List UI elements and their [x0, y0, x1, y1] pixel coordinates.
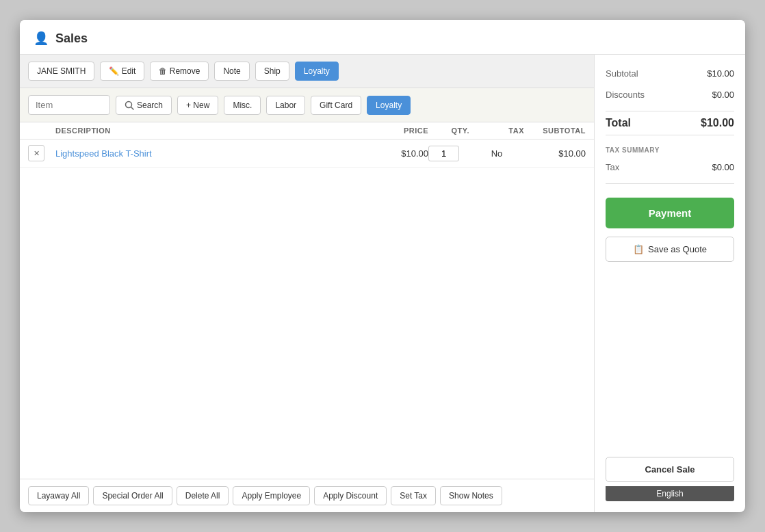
col-tax: TAX	[469, 127, 524, 135]
subtotal-label: Subtotal	[606, 68, 638, 79]
set-tax-button[interactable]: Set Tax	[391, 486, 436, 505]
delete-row-button[interactable]: ✕	[28, 145, 44, 161]
remove-button[interactable]: 🗑 Remove	[150, 62, 209, 81]
remove-icon: 🗑	[159, 66, 169, 76]
labor-button[interactable]: Labor	[266, 96, 305, 115]
spacer	[606, 267, 734, 451]
col-description: DESCRIPTION	[55, 127, 374, 135]
description-cell: Lightspeed Black T-Shirt	[55, 148, 374, 159]
qty-input[interactable]	[428, 146, 459, 161]
edit-icon: ✏️	[109, 66, 121, 76]
subtotal-row: Subtotal $10.00	[606, 66, 734, 81]
cancel-sale-button[interactable]: Cancel Sale	[606, 457, 734, 482]
ship-button[interactable]: Ship	[255, 62, 289, 81]
item-input[interactable]	[28, 95, 110, 115]
subtotal-cell: $10.00	[524, 148, 586, 159]
show-notes-button[interactable]: Show Notes	[440, 486, 502, 505]
main-content: JANE SMITH ✏️ Edit 🗑 Remove Note Ship Lo…	[20, 55, 745, 512]
table-body: ✕ Lightspeed Black T-Shirt $10.00 No $10…	[20, 139, 594, 479]
save-quote-icon: 📋	[633, 244, 644, 254]
col-subtotal: SUBTOTAL	[524, 127, 586, 135]
search-label: Search	[137, 101, 163, 110]
app-window: 👤 Sales JANE SMITH ✏️ Edit 🗑 Remove Note…	[20, 20, 745, 512]
title-bar: 👤 Sales	[20, 20, 745, 55]
loyalty-search-button[interactable]: Loyalty	[367, 96, 411, 115]
customer-name-button[interactable]: JANE SMITH	[28, 62, 94, 81]
table-row: ✕ Lightspeed Black T-Shirt $10.00 No $10…	[20, 139, 594, 168]
subtotal-value: $10.00	[707, 68, 734, 79]
app-title: Sales	[55, 31, 88, 46]
total-row: Total $10.00	[606, 111, 734, 135]
misc-button[interactable]: Misc.	[224, 96, 261, 115]
tax-value: $0.00	[712, 162, 734, 172]
svg-line-1	[131, 107, 134, 109]
discounts-row: Discounts $0.00	[606, 87, 734, 103]
gift-card-button[interactable]: Gift Card	[311, 96, 361, 115]
left-panel: JANE SMITH ✏️ Edit 🗑 Remove Note Ship Lo…	[20, 55, 595, 512]
search-icon	[125, 101, 134, 110]
save-quote-label: Save as Quote	[648, 244, 707, 254]
qty-cell	[428, 146, 469, 161]
customer-bar: JANE SMITH ✏️ Edit 🗑 Remove Note Ship Lo…	[20, 55, 594, 88]
discounts-value: $0.00	[712, 90, 734, 100]
language-bar[interactable]: English	[606, 486, 734, 501]
tax-row: Tax $0.00	[606, 159, 734, 175]
delete-cell: ✕	[28, 145, 55, 161]
payment-button[interactable]: Payment	[606, 198, 734, 228]
tax-label: Tax	[606, 162, 619, 172]
right-panel: Subtotal $10.00 Discounts $0.00 Total $1…	[595, 55, 745, 512]
apply-employee-button[interactable]: Apply Employee	[233, 486, 310, 505]
col-price: PRICE	[374, 127, 428, 135]
total-label: Total	[606, 117, 631, 129]
action-bar: Layaway All Special Order All Delete All…	[20, 479, 594, 512]
divider	[606, 183, 734, 184]
search-bar: Search + New Misc. Labor Gift Card Loyal…	[20, 88, 594, 122]
discounts-label: Discounts	[606, 90, 645, 100]
note-button[interactable]: Note	[214, 62, 249, 81]
total-value: $10.00	[701, 117, 734, 129]
sales-icon: 👤	[34, 31, 49, 46]
apply-discount-button[interactable]: Apply Discount	[314, 486, 387, 505]
tax-summary-header: TAX SUMMARY	[606, 146, 734, 154]
col-qty: QTY.	[428, 127, 469, 135]
edit-button[interactable]: ✏️ Edit	[100, 62, 144, 81]
item-link[interactable]: Lightspeed Black T-Shirt	[55, 148, 152, 159]
special-order-all-button[interactable]: Special Order All	[93, 486, 172, 505]
loyalty-button[interactable]: Loyalty	[295, 62, 339, 81]
col-delete	[28, 127, 55, 135]
table-header: DESCRIPTION PRICE QTY. TAX SUBTOTAL	[20, 122, 594, 139]
tax-cell: No	[469, 148, 524, 159]
delete-all-button[interactable]: Delete All	[177, 486, 229, 505]
bottom-area: Cancel Sale English	[606, 457, 734, 501]
price-cell: $10.00	[374, 148, 428, 159]
search-button[interactable]: Search	[116, 96, 172, 115]
save-quote-button[interactable]: 📋 Save as Quote	[606, 237, 734, 262]
new-button[interactable]: + New	[177, 96, 218, 115]
layaway-all-button[interactable]: Layaway All	[28, 486, 89, 505]
